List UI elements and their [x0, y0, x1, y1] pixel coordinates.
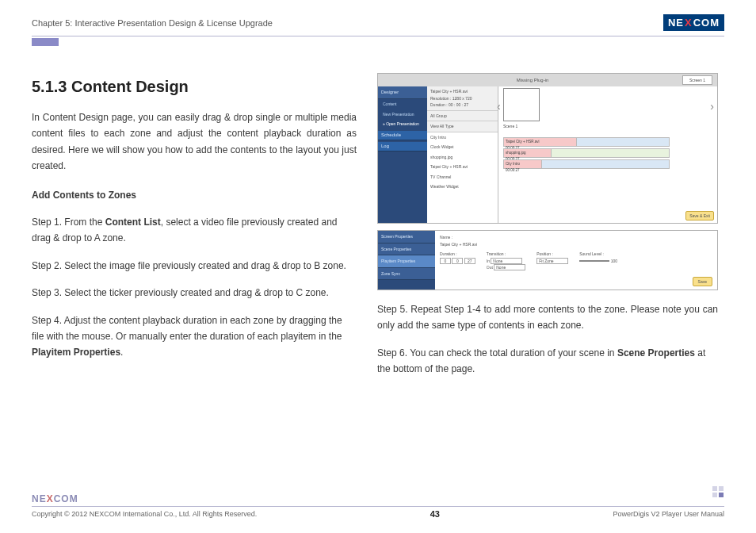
playitem-b-name: shopping.jpg [506, 151, 526, 155]
step-4-pre: Step 4. Adjust the content playback dura… [32, 315, 342, 342]
brand-right: COM [693, 17, 720, 29]
sidebar-open-presentation[interactable]: » Open Presentation [378, 119, 427, 129]
indent-bar [32, 38, 59, 46]
content-list: City Intro Clock Widget shopping.jpg Tai… [427, 132, 498, 192]
list-item[interactable]: shopping.jpg [427, 152, 498, 163]
duration-s-input[interactable]: 27 [464, 258, 475, 264]
scene-label: Scene 1 [503, 123, 517, 130]
chevron-left-icon[interactable]: ‹ [497, 98, 501, 117]
list-item[interactable]: City Intro [427, 132, 498, 143]
step-5: Step 5. Repeat Step 1-4 to add more cont… [377, 301, 718, 334]
chevron-right-icon[interactable]: › [710, 98, 714, 117]
screen-selector[interactable]: Screen 1 [682, 75, 712, 86]
duration-label: Duration : [440, 251, 457, 256]
list-item[interactable]: Clock Widget [427, 142, 498, 152]
preset-duration: Duration : 00 : 00 : 27 [430, 102, 494, 109]
preset-title: Taipei City + HSR.avi [430, 88, 494, 95]
brand-left: NE [668, 17, 684, 29]
transition-in-select[interactable]: None [491, 258, 522, 264]
transition-label: Transition : [487, 251, 506, 256]
section-heading: 5.1.3 Content Design [32, 73, 357, 100]
sidebar-log[interactable]: Log [378, 142, 427, 151]
app-screenshot-bottom: Screen Properties Scene Properties Playi… [377, 230, 718, 290]
timeline-zone-b[interactable]: shopping.jpg00:00:27 [503, 148, 670, 158]
subheading: Add Contents to Zones [32, 187, 357, 203]
app-sidebar: Designer Content New Presentation » Open… [378, 86, 427, 223]
transition-out-label: Out [487, 265, 493, 270]
scene-thumbnail[interactable] [503, 88, 540, 121]
properties-panel: Name :Taipei City + HSR.avi Duration : 0… [435, 231, 717, 290]
tab-scene-properties[interactable]: Scene Properties [378, 243, 435, 256]
name-value: Taipei City + HSR.avi [440, 242, 477, 247]
transition-in-label: In [487, 259, 490, 263]
sound-slider[interactable] [579, 260, 609, 262]
step-3: Step 3. Select the ticker previously cre… [32, 285, 357, 301]
footer-rule [32, 506, 724, 507]
intro-paragraph: In Content Design page, you can easily d… [32, 109, 357, 174]
product-name: PowerDigis V2 Player User Manual [613, 510, 724, 518]
brand-x: X [685, 17, 693, 29]
group-filter[interactable]: All Group [427, 111, 498, 122]
step-1-bold: Content List [105, 217, 161, 228]
sound-value: 100 [611, 259, 617, 263]
duration-m-input[interactable]: 0 [452, 258, 463, 264]
brand-logo: NE X COM [663, 14, 724, 31]
sidebar-designer[interactable]: Designer [378, 86, 427, 99]
tab-zone-sync[interactable]: Zone Sync [378, 268, 435, 281]
playitem-c-time: 00:00:27 [506, 168, 520, 172]
duration-h-input[interactable]: 0 [440, 258, 451, 264]
transition-out-select[interactable]: None [494, 264, 525, 270]
list-item[interactable]: Weather Widget [427, 182, 498, 192]
step-1: Step 1. From the Content List, select a … [32, 214, 357, 247]
timeline-zone-a[interactable]: Taipei City + HSR.avi00:00:27 [503, 137, 670, 147]
header-rule [32, 36, 724, 36]
page-number: 43 [430, 509, 440, 519]
timeline-zone-c[interactable]: City Intro00:00:27 [503, 159, 670, 169]
save-button[interactable]: Save [693, 277, 712, 287]
position-select[interactable]: Fit Zone [536, 258, 568, 264]
step-4: Step 4. Adjust the content playback dura… [32, 313, 357, 361]
sound-label: Sound Level : [579, 251, 604, 256]
content-list-panel: Taipei City + HSR.avi Resolution : 1280 … [427, 86, 498, 223]
list-item[interactable]: TV Channel [427, 172, 498, 182]
step-6-pre: Step 6. You can check the total duration… [377, 347, 617, 359]
timeline-panel: ‹ › Scene 1 Taipei City + HSR.avi00:00:2… [498, 86, 717, 223]
sidebar-content[interactable]: Content [378, 99, 427, 109]
step-4-post: . [120, 347, 123, 358]
position-label: Position : [536, 251, 553, 256]
copyright: Copyright © 2012 NEXCOM International Co… [32, 510, 257, 518]
name-label: Name : [440, 235, 452, 240]
chapter-title: Chapter 5: Interactive Presentation Desi… [32, 18, 273, 28]
step-6-bold: Scene Properties [617, 347, 695, 359]
list-item[interactable]: Taipei City + HSR.avi [427, 162, 498, 172]
missing-plugin-label: Missing Plug-in [517, 76, 549, 84]
type-filter[interactable]: View All Type [427, 121, 498, 132]
step-1-pre: Step 1. From the [32, 217, 105, 228]
sidebar-new-presentation[interactable]: New Presentation [378, 109, 427, 120]
playitem-a-name: Taipei City + HSR.avi [506, 140, 539, 144]
save-exit-button[interactable]: Save & Exit [685, 211, 714, 221]
tab-playitem-properties[interactable]: Playitem Properties [378, 255, 435, 268]
playitem-c-name: City Intro [506, 162, 520, 166]
app-screenshot-top: Missing Plug-in Screen 1 Designer Conten… [377, 73, 718, 224]
step-4-bold: Playitem Properties [32, 347, 120, 358]
footer-logo: NEXCOM [32, 493, 724, 504]
step-6: Step 6. You can check the total duration… [377, 345, 718, 378]
tab-screen-properties[interactable]: Screen Properties [378, 231, 435, 243]
step-2: Step 2. Select the image file previously… [32, 258, 357, 274]
preset-resolution: Resolution : 1280 x 720 [430, 95, 494, 102]
properties-tabs: Screen Properties Scene Properties Playi… [378, 231, 435, 290]
sidebar-schedule[interactable]: Schedule [378, 131, 427, 140]
